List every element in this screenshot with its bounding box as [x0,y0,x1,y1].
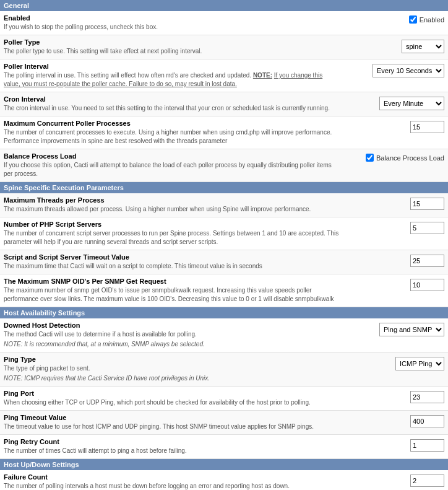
input-script-timeout[interactable] [410,255,444,267]
select-poller-interval[interactable]: Every 10 SecondsEvery 15 SecondsEvery 30… [373,64,444,77]
setting-row-num-script-servers: Number of PHP Script ServersThe number o… [0,217,448,250]
setting-control-max-oids [345,278,444,291]
setting-row-ping-port: Ping PortWhen choosing either TCP or UDP… [0,387,448,411]
setting-desc-ping-timeout: The timeout value to use for host ICMP a… [4,422,340,431]
input-num-script-servers[interactable] [410,222,444,234]
setting-label-max-threads: Maximum Threads per ProcessThe maximum t… [4,196,345,214]
setting-title-balance-process: Balance Process Load [4,152,340,160]
setting-title-max-threads: Maximum Threads per Process [4,196,340,204]
section-header-host-availability: Host Availability Settings [0,307,448,318]
setting-row-ping-retry: Ping Retry CountThe number of times Cact… [0,435,448,459]
setting-control-num-script-servers [345,221,444,234]
setting-row-max-concurrent: Maximum Concurrent Poller ProcessesThe n… [0,116,448,149]
setting-desc-ping-port: When choosing either TCP or UDP Ping, wh… [4,398,340,407]
input-ping-retry[interactable] [410,439,444,452]
select-ping-type[interactable]: ICMP PingTCP PingUDP Ping [395,357,444,370]
select-downed-host[interactable]: Ping and SNMPSNMPPingNone [379,323,444,336]
setting-control-ping-type: ICMP PingTCP PingUDP Ping [345,356,444,370]
setting-title-ping-type: Ping Type [4,356,340,363]
setting-control-poller-interval: Every 10 SecondsEvery 15 SecondsEvery 30… [345,63,444,77]
settings-page: GeneralEnabledIf you wish to stop the po… [0,0,448,490]
setting-row-failure-count: Failure CountThe number of polling inter… [0,470,448,490]
setting-control-max-concurrent [345,120,444,133]
select-poller-type[interactable]: spinecmd.php [402,40,444,53]
setting-label-failure-count: Failure CountThe number of polling inter… [4,473,345,490]
checkbox-text-enabled: Enabled [420,16,444,24]
input-ping-timeout[interactable] [410,415,444,427]
setting-row-max-threads: Maximum Threads per ProcessThe maximum t… [0,193,448,217]
setting-desc-downed-host: The method Cacti will use to determine i… [4,330,340,339]
setting-label-ping-timeout: Ping Timeout ValueThe timeout value to u… [4,414,345,431]
setting-label-cron-interval: Cron IntervalThe cron interval in use. Y… [4,95,345,113]
checkbox-label-enabled[interactable]: Enabled [409,15,444,24]
setting-row-cron-interval: Cron IntervalThe cron interval in use. Y… [0,92,448,116]
setting-label-downed-host: Downed Host DetectionThe method Cacti wi… [4,322,345,349]
setting-desc-max-oids: The maximum number of snmp get OID's to … [4,286,340,304]
setting-desc-cron-interval: The cron interval in use. You need to se… [4,104,340,113]
setting-control-downed-host: Ping and SNMPSNMPPingNone [345,322,444,336]
setting-title-ping-retry: Ping Retry Count [4,438,340,445]
setting-title-ping-port: Ping Port [4,390,340,397]
setting-control-failure-count [345,473,444,487]
setting-control-balance-process: Balance Process Load [345,152,444,162]
setting-desc-failure-count: The number of polling intervals a host m… [4,482,340,490]
setting-label-ping-port: Ping PortWhen choosing either TCP or UDP… [4,390,345,407]
setting-desc-ping-retry: The number of times Cacti will attempt t… [4,447,340,455]
setting-title-num-script-servers: Number of PHP Script Servers [4,221,340,228]
setting-row-downed-host: Downed Host DetectionThe method Cacti wi… [0,318,448,352]
setting-title-cron-interval: Cron Interval [4,95,340,103]
setting-control-script-timeout [345,253,444,267]
setting-desc-num-script-servers: The number of concurrent script server p… [4,229,340,247]
setting-label-poller-interval: Poller IntervalThe polling interval in u… [4,63,345,89]
setting-title-failure-count: Failure Count [4,473,340,481]
setting-label-ping-retry: Ping Retry CountThe number of times Cact… [4,438,345,455]
setting-desc-script-timeout: The maximum time that Cacti will wait on… [4,262,340,271]
input-ping-port[interactable] [410,391,444,403]
setting-label-num-script-servers: Number of PHP Script ServersThe number o… [4,221,345,247]
checkbox-label-balance-process[interactable]: Balance Process Load [366,154,444,162]
setting-control-max-threads [345,196,444,210]
setting-label-max-concurrent: Maximum Concurrent Poller ProcessesThe n… [4,120,345,146]
setting-desc-max-threads: The maximum threads allowed per process.… [4,205,340,214]
setting-desc-balance-process: If you choose this option, Cacti will at… [4,161,340,178]
setting-desc-enabled: If you wish to stop the polling process,… [4,23,340,32]
section-header-general: General [0,0,448,11]
setting-title-ping-timeout: Ping Timeout Value [4,414,340,421]
setting-row-ping-timeout: Ping Timeout ValueThe timeout value to u… [0,411,448,435]
setting-desc-poller-type: The poller type to use. This setting wil… [4,47,340,56]
setting-row-poller-interval: Poller IntervalThe polling interval in u… [0,59,448,92]
checkbox-enabled[interactable] [409,15,417,24]
setting-title-script-timeout: Script and Script Server Timeout Value [4,253,340,261]
setting-label-enabled: EnabledIf you wish to stop the polling p… [4,14,345,32]
setting-title-downed-host: Downed Host Detection [4,322,340,329]
section-header-host-updown: Host Up/Down Settings [0,459,448,470]
input-max-concurrent[interactable] [410,121,444,133]
select-cron-interval[interactable]: Every MinuteEvery 5 Minutes [379,97,444,110]
setting-desc-ping-type: The type of ping packet to sent. [4,364,340,373]
checkbox-text-balance-process: Balance Process Load [376,154,444,162]
setting-control-poller-type: spinecmd.php [345,38,444,53]
setting-row-poller-type: Poller TypeThe poller type to use. This … [0,35,448,59]
setting-row-enabled: EnabledIf you wish to stop the polling p… [0,11,448,35]
setting-desc-poller-interval: The polling interval in use. This settin… [4,71,340,89]
setting-label-balance-process: Balance Process LoadIf you choose this o… [4,152,345,178]
setting-row-script-timeout: Script and Script Server Timeout ValueTh… [0,250,448,274]
setting-control-cron-interval: Every MinuteEvery 5 Minutes [345,95,444,110]
input-max-threads[interactable] [410,198,444,210]
setting-title-max-concurrent: Maximum Concurrent Poller Processes [4,120,340,127]
setting-control-ping-timeout [345,414,444,427]
setting-title-enabled: Enabled [4,14,340,22]
input-failure-count[interactable] [410,475,444,487]
setting-title-max-oids: The Maximum SNMP OID's Per SNMP Get Requ… [4,278,340,285]
checkbox-balance-process[interactable] [366,154,374,162]
setting-row-max-oids: The Maximum SNMP OID's Per SNMP Get Requ… [0,274,448,307]
setting-control-ping-retry [345,438,444,452]
setting-control-enabled: Enabled [345,14,444,24]
setting-label-ping-type: Ping TypeThe type of ping packet to sent… [4,356,345,383]
setting-title-poller-type: Poller Type [4,38,340,46]
setting-control-ping-port [345,390,444,403]
setting-desc2-ping-type: NOTE: ICMP requires that the Cacti Servi… [4,374,340,383]
input-max-oids[interactable] [410,279,444,291]
setting-label-script-timeout: Script and Script Server Timeout ValueTh… [4,253,345,271]
setting-label-max-oids: The Maximum SNMP OID's Per SNMP Get Requ… [4,278,345,304]
